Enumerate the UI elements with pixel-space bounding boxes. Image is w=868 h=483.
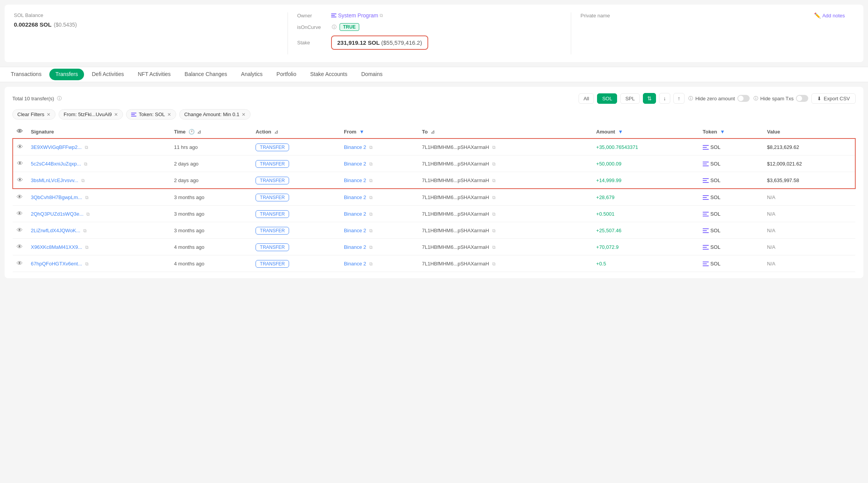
tab-domains[interactable]: Domains (355, 67, 389, 82)
copy-signature-icon[interactable]: ⧉ (81, 178, 85, 183)
export-csv-button[interactable]: ⬇ Export CSV (811, 93, 856, 104)
eye-icon[interactable]: 👁 (17, 144, 23, 150)
signature-link[interactable]: 2QhQ3PUZd1sWQ3e... (31, 211, 84, 217)
eye-cell[interactable]: 👁 (13, 222, 27, 239)
copy-from-icon[interactable]: ⧉ (369, 261, 373, 267)
system-program-link[interactable]: System Program ⧉ (331, 12, 383, 19)
hide-zero-label: Hide zero amount (695, 96, 735, 101)
copy-from-icon[interactable]: ⧉ (369, 211, 373, 217)
sort-up-button[interactable]: ↑ (673, 93, 685, 104)
signature-link[interactable]: 3QbCvh8H7BgwpLm... (31, 194, 82, 200)
from-link[interactable]: Binance 2 (344, 211, 366, 217)
copy-signature-icon[interactable]: ⧉ (86, 211, 90, 217)
eye-cell[interactable]: 👁 (13, 189, 27, 206)
tab-balance[interactable]: Balance Changes (178, 67, 234, 82)
hide-spam-toggle[interactable] (796, 95, 808, 102)
amount-filter-icon[interactable]: ▼ (618, 129, 623, 135)
copy-icon[interactable]: ⧉ (380, 13, 383, 18)
tab-transactions[interactable]: Transactions (5, 67, 48, 82)
copy-signature-icon[interactable]: ⧉ (85, 195, 89, 200)
amount-filter-x[interactable]: ✕ (242, 112, 246, 117)
sol-filter-button[interactable]: SOL (597, 93, 617, 104)
signature-link[interactable]: 67hpQFoHGTXv6ent... (31, 261, 82, 267)
svg-rect-27 (703, 262, 709, 262)
eye-cell[interactable]: 👁 (13, 138, 27, 155)
clear-filters-tag[interactable]: Clear Filters ✕ (12, 109, 56, 120)
tab-defi[interactable]: Defi Activities (86, 67, 130, 82)
copy-to-icon[interactable]: ⧉ (492, 178, 496, 183)
eye-cell[interactable]: 👁 (13, 206, 27, 222)
amount-filter-tag[interactable]: Change Amount: Min 0.1 ✕ (179, 109, 251, 120)
signature-cell: 5c2sC44BxniJuZqxp... ⧉ (27, 155, 170, 172)
copy-from-icon[interactable]: ⧉ (369, 228, 373, 233)
value-text: N/A (767, 261, 775, 267)
hide-zero-toggle[interactable] (737, 95, 750, 102)
from-link[interactable]: Binance 2 (344, 177, 366, 183)
tab-transfers[interactable]: Transfers (49, 69, 84, 80)
eye-icon[interactable]: 👁 (17, 260, 23, 267)
time-filter-icon[interactable]: ⊿ (197, 129, 201, 135)
svg-rect-22 (703, 230, 707, 231)
from-filter-tag[interactable]: From: 5tzFki...UvuAi9 ✕ (59, 109, 123, 120)
signature-cell: 3bsMLnLVcEJrvsvv... ⧉ (27, 172, 170, 189)
from-link[interactable]: Binance 2 (344, 194, 366, 200)
copy-from-icon[interactable]: ⧉ (369, 178, 373, 183)
eye-cell[interactable]: 👁 (13, 172, 27, 189)
eye-icon[interactable]: 👁 (17, 227, 23, 233)
from-filter-x[interactable]: ✕ (114, 112, 118, 117)
to-text: 7L1HBfMHM6...pSHAXarmaH (422, 228, 489, 233)
from-cell: Binance 2 ⧉ (340, 255, 418, 272)
copy-to-icon[interactable]: ⧉ (492, 245, 496, 250)
clear-filters-x[interactable]: ✕ (47, 112, 50, 117)
spl-filter-button[interactable]: SPL (620, 93, 640, 104)
copy-to-icon[interactable]: ⧉ (492, 145, 496, 150)
copy-from-icon[interactable]: ⧉ (369, 245, 373, 250)
copy-to-icon[interactable]: ⧉ (492, 261, 496, 267)
copy-to-icon[interactable]: ⧉ (492, 161, 496, 167)
token-filter-icon[interactable]: ▼ (720, 129, 725, 135)
signature-link[interactable]: X96XKc8MaM41XX9... (31, 244, 82, 250)
eye-icon[interactable]: 👁 (17, 243, 23, 250)
copy-to-icon[interactable]: ⧉ (492, 211, 496, 217)
copy-signature-icon[interactable]: ⧉ (84, 161, 87, 167)
add-notes-button[interactable]: ✏️ Add notes (814, 12, 845, 19)
copy-signature-icon[interactable]: ⧉ (85, 145, 88, 150)
signature-link[interactable]: 3E9XWViGqBFFwp2... (31, 144, 82, 150)
copy-to-icon[interactable]: ⧉ (492, 228, 496, 233)
from-link[interactable]: Binance 2 (344, 161, 366, 167)
tab-portfolio[interactable]: Portfolio (270, 67, 302, 82)
copy-from-icon[interactable]: ⧉ (369, 145, 373, 150)
copy-to-icon[interactable]: ⧉ (492, 195, 496, 200)
tab-nft[interactable]: NFT Activities (131, 67, 177, 82)
tab-stake[interactable]: Stake Accounts (304, 67, 354, 82)
eye-icon[interactable]: 👁 (17, 194, 23, 200)
copy-signature-icon[interactable]: ⧉ (85, 245, 89, 250)
action-filter-icon[interactable]: ⊿ (274, 129, 278, 135)
copy-from-icon[interactable]: ⧉ (369, 161, 373, 167)
eye-icon[interactable]: 👁 (17, 210, 23, 217)
eye-cell[interactable]: 👁 (13, 255, 27, 272)
from-link[interactable]: Binance 2 (344, 244, 366, 250)
signature-link[interactable]: 2LiZrwfLdX4JQWoK... (31, 228, 80, 233)
copy-signature-icon[interactable]: ⧉ (83, 228, 87, 233)
token-filter-x[interactable]: ✕ (167, 112, 171, 117)
to-filter-icon[interactable]: ⊿ (431, 129, 435, 135)
sort-toggle-button[interactable]: ⇅ (643, 93, 656, 104)
eye-cell[interactable]: 👁 (13, 239, 27, 255)
token-filter-tag[interactable]: Token: SOL ✕ (126, 109, 176, 120)
eye-icon[interactable]: 👁 (17, 177, 23, 183)
from-link[interactable]: Binance 2 (344, 144, 366, 150)
from-link[interactable]: Binance 2 (344, 261, 366, 267)
time-clock-icon[interactable]: 🕐 (188, 129, 195, 135)
eye-cell[interactable]: 👁 (13, 155, 27, 172)
eye-icon[interactable]: 👁 (17, 160, 23, 167)
tab-analytics[interactable]: Analytics (235, 67, 269, 82)
from-filter-icon[interactable]: ▼ (359, 129, 364, 135)
copy-signature-icon[interactable]: ⧉ (85, 261, 89, 267)
signature-link[interactable]: 5c2sC44BxniJuZqxp... (31, 161, 81, 167)
sort-down-button[interactable]: ↓ (659, 93, 670, 104)
all-filter-button[interactable]: All (579, 93, 594, 104)
signature-link[interactable]: 3bsMLnLVcEJrvsvv... (31, 177, 78, 183)
copy-from-icon[interactable]: ⧉ (369, 195, 373, 200)
from-link[interactable]: Binance 2 (344, 228, 366, 233)
